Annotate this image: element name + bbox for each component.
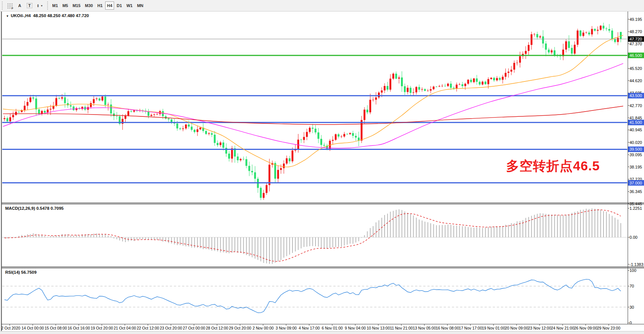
timeframe-button-d1[interactable]: D1 — [115, 1, 124, 10]
timeframe-button-group: M1M5M15M30H1H4D1W1MN — [50, 1, 146, 10]
svg-text:48.270: 48.270 — [630, 29, 642, 34]
svg-text:36.345: 36.345 — [630, 189, 642, 194]
macd-indicator-label: MACD(12,26,9) 0.5478 0.7095 — [5, 206, 64, 211]
svg-text:26 Nov 09:00: 26 Nov 09:00 — [574, 326, 598, 330]
symbol-dropdown-icon[interactable]: ▼ — [6, 15, 9, 18]
cycle-arrows-icon: ▲▼ — [37, 4, 39, 7]
svg-text:13 Nov 05:00: 13 Nov 05:00 — [413, 326, 436, 330]
timeframe-button-mn[interactable]: MN — [135, 1, 145, 10]
svg-text:10 Nov 13:00: 10 Nov 13:00 — [367, 326, 390, 330]
svg-text:39.500: 39.500 — [630, 147, 642, 151]
timeframe-button-m5[interactable]: M5 — [61, 1, 70, 10]
svg-text:29 Nov 23:00: 29 Nov 23:00 — [597, 326, 621, 330]
mt4-window: F A T ▲▼ ▼ M1M5M15M30H1H4D1W1MN 49.19548… — [0, 0, 644, 334]
timeframe-button-m15[interactable]: M15 — [71, 1, 82, 10]
svg-text:11 Nov 21:00: 11 Nov 21:00 — [390, 326, 413, 330]
cycle-tool-button[interactable]: ▲▼ ▼ — [35, 1, 45, 10]
svg-text:0.00: 0.00 — [630, 235, 637, 240]
toolbar-grip[interactable] — [1, 1, 3, 10]
svg-text:41.500: 41.500 — [630, 120, 642, 125]
timeframe-button-w1[interactable]: W1 — [124, 1, 135, 10]
svg-text:100: 100 — [630, 268, 636, 273]
svg-text:9 Nov 04:00: 9 Nov 04:00 — [345, 326, 366, 330]
ohlc-values: 48.250 48.250 47.480 47.720 — [33, 13, 89, 18]
svg-text:47.370: 47.370 — [630, 42, 642, 46]
chinese-annotation-text: 多空转折点46.5 — [506, 157, 600, 175]
value-axis[interactable]: 49.19548.27047.37046.44545.52044.62043.6… — [628, 12, 644, 325]
grid-icon: F — [7, 3, 13, 9]
svg-text:41.845: 41.845 — [630, 116, 642, 120]
svg-text:12 Oct 2020: 12 Oct 2020 — [0, 326, 20, 330]
svg-text:19 Oct 20:00: 19 Oct 20:00 — [91, 326, 113, 330]
svg-text:30: 30 — [630, 305, 634, 309]
left-gutter — [0, 11, 1, 331]
rsi-pane — [2, 279, 627, 313]
svg-text:-1.1383: -1.1383 — [630, 262, 643, 267]
svg-text:44.620: 44.620 — [630, 78, 642, 83]
svg-text:35.445: 35.445 — [630, 202, 642, 206]
svg-text:42.770: 42.770 — [630, 103, 642, 108]
rsi-indicator-label: RSI(14) 56.7509 — [5, 270, 36, 274]
svg-text:0: 0 — [630, 321, 632, 325]
svg-text:47.720: 47.720 — [630, 37, 642, 41]
svg-text:27 Oct 00:00: 27 Oct 00:00 — [183, 326, 205, 330]
svg-text:20 Nov 09:00: 20 Nov 09:00 — [505, 326, 528, 330]
timeframe-button-h4[interactable]: H4 — [105, 1, 114, 10]
svg-text:24 Nov 21:00: 24 Nov 21:00 — [551, 326, 575, 330]
svg-text:49.195: 49.195 — [630, 17, 642, 22]
toolbar: F A T ▲▼ ▼ M1M5M15M30H1H4D1W1MN — [0, 0, 644, 12]
svg-text:28 Oct 12:00: 28 Oct 12:00 — [206, 326, 228, 330]
svg-text:17 Nov 17:00: 17 Nov 17:00 — [459, 326, 482, 330]
arrow-tool-button[interactable]: A — [15, 1, 24, 10]
text-tool-button[interactable]: T — [25, 1, 34, 10]
svg-text:16 Oct 16:00: 16 Oct 16:00 — [68, 326, 90, 330]
svg-text:2 Nov 00:00: 2 Nov 00:00 — [253, 326, 274, 330]
price-badges: 47.72046.50043.50041.50039.50037.000 — [628, 36, 644, 186]
symbol-period-label: UKOil-,H4 — [11, 13, 31, 18]
svg-text:40.020: 40.020 — [630, 140, 642, 145]
svg-text:6 Nov 01:00: 6 Nov 01:00 — [322, 326, 343, 330]
svg-text:19 Nov 01:00: 19 Nov 01:00 — [482, 326, 505, 330]
svg-text:43.500: 43.500 — [630, 93, 642, 98]
svg-text:14 Oct 00:00: 14 Oct 00:00 — [22, 326, 44, 330]
svg-text:40.945: 40.945 — [630, 128, 642, 132]
ma-slow-red — [3, 106, 623, 124]
macd-pane — [2, 208, 627, 264]
svg-text:70: 70 — [630, 284, 634, 288]
svg-text:39.095: 39.095 — [630, 152, 642, 157]
timeframe-button-m1[interactable]: M1 — [51, 1, 60, 10]
svg-text:23 Oct 20:00: 23 Oct 20:00 — [160, 326, 182, 330]
svg-text:1.2251: 1.2251 — [630, 206, 642, 211]
svg-text:15 Oct 08:00: 15 Oct 08:00 — [45, 326, 67, 330]
svg-text:46.500: 46.500 — [630, 53, 642, 58]
timeframe-button-m30[interactable]: M30 — [83, 1, 95, 10]
grid-snap-button[interactable]: F — [5, 1, 14, 10]
svg-text:37.000: 37.000 — [630, 181, 642, 185]
svg-text:21 Oct 04:00: 21 Oct 04:00 — [114, 326, 136, 330]
ma-medium-magenta — [3, 64, 623, 148]
time-axis[interactable]: 12 Oct 202014 Oct 00:0015 Oct 08:0016 Oc… — [0, 324, 620, 331]
chart-title: ▼UKOil-,H4 48.250 48.250 47.480 47.720 — [6, 13, 89, 18]
svg-text:3 Nov 09:00: 3 Nov 09:00 — [276, 326, 297, 330]
svg-text:38.195: 38.195 — [630, 165, 642, 169]
svg-text:16 Nov 08:00: 16 Nov 08:00 — [436, 326, 459, 330]
svg-text:22 Oct 12:00: 22 Oct 12:00 — [137, 326, 159, 330]
svg-text:4 Nov 17:00: 4 Nov 17:00 — [299, 326, 320, 330]
toolbar-grip-2[interactable] — [47, 1, 49, 10]
dropdown-caret-icon: ▼ — [41, 4, 43, 7]
svg-text:29 Oct 20:00: 29 Oct 20:00 — [229, 326, 251, 330]
svg-text:23 Nov 12:00: 23 Nov 12:00 — [528, 326, 551, 330]
text-box-icon: T — [27, 3, 32, 8]
bottom-strip — [0, 331, 644, 334]
svg-text:45.520: 45.520 — [630, 66, 642, 71]
timeframe-button-h1[interactable]: H1 — [96, 1, 104, 10]
